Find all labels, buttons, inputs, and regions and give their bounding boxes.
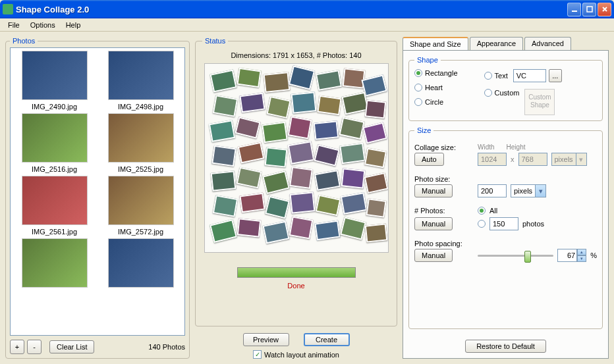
- photo-thumb[interactable]: [13, 238, 96, 288]
- svg-rect-0: [572, 11, 577, 12]
- watch-animation-label: Watch layout animation: [264, 351, 339, 359]
- radio-all-photos[interactable]: [478, 207, 486, 215]
- menu-options[interactable]: Options: [25, 20, 61, 30]
- collage-height-input[interactable]: [518, 153, 547, 166]
- settings-panel: Shape and Size Appearance Advanced Shape…: [403, 37, 609, 359]
- photo-thumb[interactable]: IMG_2572.jpg: [99, 176, 182, 236]
- shape-legend: Shape: [414, 56, 441, 64]
- add-photo-button[interactable]: +: [10, 340, 24, 354]
- custom-shape-box[interactable]: Custom Shape: [524, 89, 555, 115]
- tab-shape-and-size[interactable]: Shape and Size: [403, 37, 468, 50]
- tab-advanced[interactable]: Advanced: [524, 37, 571, 50]
- watch-animation-checkbox[interactable]: ✓: [253, 350, 262, 359]
- radio-circle[interactable]: [414, 98, 422, 106]
- status-panel: Status Dimensions: 1791 x 1653, # Photos…: [195, 37, 397, 359]
- preview-button[interactable]: Preview: [243, 333, 289, 346]
- radio-text[interactable]: [484, 72, 492, 80]
- radio-custom[interactable]: [484, 89, 492, 97]
- tab-appearance[interactable]: Appearance: [470, 37, 523, 50]
- photo-size-mode-button[interactable]: Manual: [414, 184, 453, 197]
- menu-file[interactable]: File: [3, 20, 25, 30]
- numphotos-input[interactable]: [489, 217, 518, 230]
- collage-preview: [204, 63, 389, 253]
- maximize-button[interactable]: [582, 3, 596, 16]
- spacing-spinner[interactable]: ▴▾: [557, 249, 586, 262]
- minimize-button[interactable]: [567, 3, 581, 16]
- spinner-up-icon[interactable]: ▴: [577, 249, 586, 255]
- photo-thumb[interactable]: IMG_2525.jpg: [99, 113, 182, 173]
- done-text: Done: [287, 282, 304, 290]
- spacing-slider[interactable]: [478, 255, 553, 257]
- photo-thumb[interactable]: IMG_2490.jpg: [13, 51, 96, 111]
- svg-rect-1: [587, 7, 592, 12]
- photo-size-input[interactable]: [478, 184, 507, 197]
- restore-default-button[interactable]: Restore to Default: [465, 340, 546, 353]
- size-legend: Size: [414, 126, 433, 134]
- photo-count: 140 Photos: [148, 343, 185, 351]
- titlebar: Shape Collage 2.0: [0, 0, 614, 18]
- spacing-input[interactable]: [557, 249, 577, 262]
- remove-photo-button[interactable]: -: [27, 340, 42, 354]
- size-fieldset: Size Collage size: Width Height Auto x: [408, 126, 603, 329]
- photo-thumb[interactable]: [99, 238, 182, 288]
- photo-thumb[interactable]: IMG_2561.jpg: [13, 176, 96, 236]
- thumbs-scroll[interactable]: IMG_2490.jpg IMG_2498.jpg IMG_2516.jpg I…: [10, 47, 185, 336]
- create-button[interactable]: Create: [304, 333, 350, 346]
- collage-units-combo[interactable]: pixels▾: [551, 153, 587, 166]
- close-button[interactable]: [598, 3, 611, 16]
- collage-width-input[interactable]: [478, 153, 507, 166]
- progress-bar: [237, 267, 356, 278]
- spinner-down-icon[interactable]: ▾: [577, 255, 586, 262]
- shape-text-input[interactable]: [513, 69, 546, 82]
- photos-panel: Photos IMG_2490.jpg IMG_2498.jpg IMG_251…: [5, 37, 190, 359]
- status-legend: Status: [202, 37, 228, 45]
- menu-help[interactable]: Help: [61, 20, 86, 30]
- shape-fieldset: Shape Rectangle Heart Circle Text ...: [408, 56, 603, 121]
- radio-heart[interactable]: [414, 84, 422, 91]
- shape-text-browse-button[interactable]: ...: [549, 69, 562, 82]
- spacing-mode-button[interactable]: Manual: [414, 249, 453, 262]
- clear-list-button[interactable]: Clear List: [49, 340, 94, 353]
- collage-size-mode-button[interactable]: Auto: [414, 153, 444, 166]
- photo-units-combo[interactable]: pixels▾: [511, 184, 546, 197]
- photo-thumb[interactable]: IMG_2498.jpg: [99, 51, 182, 111]
- photo-thumb[interactable]: IMG_2516.jpg: [13, 113, 96, 173]
- radio-num-photos[interactable]: [478, 220, 486, 228]
- app-icon: [3, 4, 13, 14]
- radio-rectangle[interactable]: [414, 69, 422, 77]
- dimensions-text: Dimensions: 1791 x 1653, # Photos: 140: [231, 51, 361, 59]
- menubar: File Options Help: [0, 18, 614, 32]
- numphotos-mode-button[interactable]: Manual: [414, 217, 453, 230]
- window-title: Shape Collage 2.0: [16, 5, 566, 14]
- photos-legend: Photos: [10, 37, 38, 45]
